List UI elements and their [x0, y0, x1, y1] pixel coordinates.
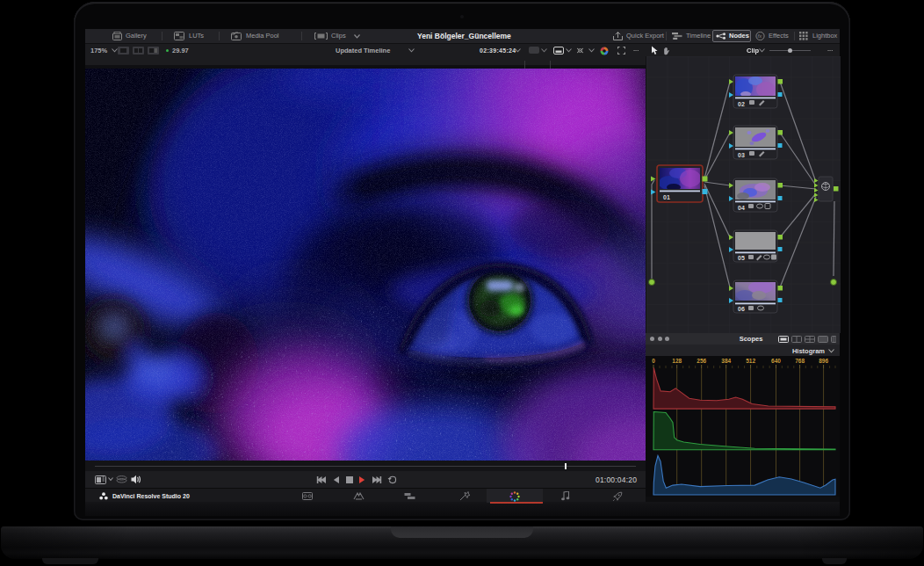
svg-text:128: 128 — [672, 358, 682, 364]
svg-text:02: 02 — [738, 101, 745, 107]
svg-text:0: 0 — [652, 358, 655, 364]
svg-text:768: 768 — [795, 358, 805, 364]
svg-text:384: 384 — [721, 358, 731, 364]
svg-text:04: 04 — [738, 205, 745, 211]
svg-text:896: 896 — [819, 358, 828, 364]
svg-text:06: 06 — [738, 306, 745, 312]
svg-text:fx: fx — [758, 33, 763, 39]
svg-text:05: 05 — [738, 255, 745, 261]
svg-text:640: 640 — [771, 358, 781, 364]
svg-text:256: 256 — [697, 358, 706, 364]
svg-text:01: 01 — [663, 194, 670, 200]
svg-text:03: 03 — [738, 152, 745, 158]
svg-text:512: 512 — [746, 358, 755, 364]
